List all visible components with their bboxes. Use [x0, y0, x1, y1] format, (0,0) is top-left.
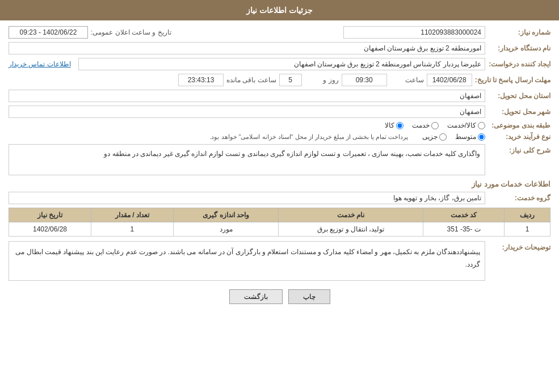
category-option-khedmat[interactable]: خدمت — [412, 121, 439, 129]
button-bar: چاپ بازگشت — [9, 289, 550, 313]
table-header-unit: واحد اندازه گیری — [173, 208, 279, 222]
process-option-jozei[interactable]: جزیی — [422, 133, 447, 141]
page-title: جزئیات اطلاعات نیاز — [246, 6, 313, 15]
deadline-day: 5 — [279, 74, 302, 86]
table-row: 1 ت -35- 351 تولید، انتقال و توزیع برق م… — [9, 222, 550, 237]
service-group-value: تامین برق، گاز، بخار و تهویه هوا — [9, 192, 485, 204]
creator-label: ایجاد کننده درخواست: — [488, 60, 550, 68]
table-cell-qty: 1 — [91, 222, 174, 237]
table-header-code: کد خدمت — [423, 208, 505, 222]
table-header-name: نام خدمت — [279, 208, 423, 222]
process-radio-jozei[interactable] — [439, 133, 447, 141]
process-jozei-label: جزیی — [422, 133, 438, 141]
category-options: کالا/خدمت خدمت کالا — [385, 121, 485, 129]
province-label: استان محل تحویل: — [488, 92, 550, 100]
buyer-name-value: امورمنطقه 2 توزیع برق شهرستان اصفهان — [9, 42, 485, 54]
buyer-notes-label: توضیحات خریدار: — [488, 241, 550, 251]
creator-row: ایجاد کننده درخواست: علیرضا پردبار کارشن… — [9, 58, 550, 70]
category-kala-khedmat-label: کالا/خدمت — [447, 121, 476, 129]
service-group-row: گروه خدمت: تامین برق، گاز، بخار و تهویه … — [9, 192, 550, 204]
need-number-row: شماره نیاز: 1102093883000024 تاریخ و ساع… — [9, 26, 550, 39]
need-description-label: شرح کلی نیاز: — [488, 144, 550, 154]
deadline-day-label: روز و — [305, 76, 339, 84]
buyer-notes-row: توضیحات خریدار: پیشنهاددهندگان ملزم به ت… — [9, 241, 550, 281]
city-value: اصفهان — [9, 106, 485, 118]
services-title: اطلاعات خدمات مورد نیاز — [9, 180, 550, 188]
process-note: پرداخت تمام یا بخشی از مبلغ خریدار از مح… — [209, 133, 408, 141]
buyer-name-label: نام دستگاه خریدار: — [488, 44, 550, 52]
table-cell-date: 1402/06/28 — [9, 222, 91, 237]
need-description-value: واگذاری کلیه خدمات نصب، بهینه سازی ، تعم… — [9, 144, 485, 175]
back-button[interactable]: بازگشت — [229, 289, 283, 304]
need-number-value: 1102093883000024 — [343, 26, 485, 39]
need-description-row: شرح کلی نیاز: واگذاری کلیه خدمات نصب، به… — [9, 144, 550, 175]
category-radio-khedmat[interactable] — [431, 122, 439, 129]
deadline-label: مهلت ارسال پاسخ تا تاریخ: — [475, 76, 550, 84]
category-label: طبقه بندی موضوعی: — [488, 121, 550, 129]
services-table: ردیف کد خدمت نام خدمت واحد اندازه گیری ت… — [9, 208, 550, 237]
deadline-date: 1402/06/28 — [427, 74, 472, 86]
city-row: شهر محل تحویل: اصفهان — [9, 106, 550, 118]
print-button[interactable]: چاپ — [288, 289, 330, 304]
process-options-group: متوسط جزیی پرداخت تمام یا بخشی از مبلغ خ… — [9, 133, 485, 141]
page-container: جزئیات اطلاعات نیاز شماره نیاز: 11020938… — [0, 0, 559, 392]
process-radio-motavasset[interactable] — [478, 133, 485, 141]
province-row: استان محل تحویل: اصفهان — [9, 90, 550, 102]
page-header: جزئیات اطلاعات نیاز — [0, 0, 559, 20]
category-khedmat-label: خدمت — [412, 121, 430, 129]
content-area: شماره نیاز: 1102093883000024 تاریخ و ساع… — [0, 20, 559, 318]
province-value: اصفهان — [9, 90, 485, 102]
process-option-motavasset[interactable]: متوسط — [455, 133, 485, 141]
deadline-remaining-label: ساعت باقی مانده — [226, 76, 276, 84]
table-cell-unit: مورد — [173, 222, 279, 237]
date-label: تاریخ و ساعت اعلان عمومی: — [91, 28, 171, 36]
process-type-row: نوع فرآیند خرید: متوسط جزیی پرداخت تمام … — [9, 133, 550, 141]
process-label: نوع فرآیند خرید: — [488, 133, 550, 141]
deadline-time: 09:30 — [342, 74, 387, 86]
date-value: 1402/06/22 - 09:23 — [9, 26, 88, 39]
table-cell-name: تولید، انتقال و توزیع برق — [279, 222, 423, 237]
creator-value: علیرضا پردبار کارشناس امورمنطقه 2 توزیع … — [78, 58, 485, 70]
city-label: شهر محل تحویل: — [488, 108, 550, 116]
category-radio-kala-khedmat[interactable] — [478, 122, 485, 129]
contact-link[interactable]: اطلاعات تماس خریدار — [9, 60, 71, 68]
deadline-remaining: 23:43:13 — [178, 74, 224, 86]
table-cell-code: ت -35- 351 — [423, 222, 505, 237]
process-motavasset-label: متوسط — [455, 133, 476, 141]
table-cell-row: 1 — [505, 222, 550, 237]
table-header-qty: تعداد / مقدار — [91, 208, 174, 222]
table-header-row: ردیف — [505, 208, 550, 222]
table-header-date: تاریخ نیاز — [9, 208, 91, 222]
deadline-row: مهلت ارسال پاسخ تا تاریخ: 1402/06/28 ساع… — [9, 74, 550, 86]
category-kala-label: کالا — [385, 121, 394, 129]
deadline-time-label: ساعت — [390, 76, 424, 84]
need-number-label: شماره نیاز: — [488, 28, 550, 36]
category-option-kala-khedmat[interactable]: کالا/خدمت — [447, 121, 485, 129]
category-option-kala[interactable]: کالا — [385, 121, 404, 129]
service-group-label: گروه خدمت: — [488, 194, 550, 202]
buyer-notes-value: پیشنهاددهندگان ملزم به تکمیل، مهر و امضا… — [9, 241, 485, 281]
category-radio-kala[interactable] — [396, 122, 404, 129]
buyer-name-row: نام دستگاه خریدار: امورمنطقه 2 توزیع برق… — [9, 42, 550, 54]
category-row: طبقه بندی موضوعی: کالا/خدمت خدمت کالا — [9, 121, 550, 129]
